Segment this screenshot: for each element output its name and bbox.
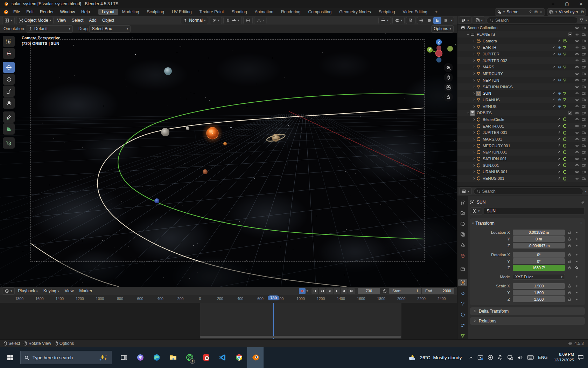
link-icon[interactable] — [552, 91, 556, 95]
menu-help[interactable]: Help — [78, 8, 93, 16]
object-name-field[interactable]: SUN — [484, 207, 585, 215]
outliner-row-planets[interactable]: PLANETS — [457, 31, 588, 38]
eye-icon[interactable] — [575, 150, 579, 155]
outliner-row-jupiter[interactable]: JUPITER — [457, 51, 588, 57]
viewlayer-selector[interactable]: ▾ ViewLayer ⧉ — [547, 8, 586, 16]
relations-panel[interactable]: Relations — [470, 317, 585, 325]
pan-button[interactable] — [444, 73, 453, 82]
tool-measure[interactable] — [3, 123, 15, 135]
taskbar-clock[interactable]: 8:09 PM 12/12/2025 — [550, 352, 578, 363]
eye-icon[interactable] — [575, 52, 579, 56]
physics-icon[interactable] — [558, 52, 561, 56]
camera-visibility-icon[interactable] — [582, 84, 586, 89]
chevron-right-icon[interactable] — [472, 131, 476, 134]
keyframe-diamond-icon[interactable] — [575, 266, 579, 270]
eye-icon[interactable] — [575, 91, 579, 96]
eye-icon[interactable] — [575, 143, 579, 148]
eye-icon[interactable] — [575, 84, 579, 89]
stopwatch-icon[interactable] — [382, 288, 387, 293]
physics-icon[interactable] — [558, 78, 561, 82]
camera-visibility-icon[interactable] — [582, 65, 586, 69]
falloff-dropdown[interactable]: ▾ — [254, 17, 267, 24]
taskbar-search-input[interactable]: Type here to search — [20, 351, 112, 364]
curve-data-icon[interactable] — [563, 157, 567, 161]
animate-dot-icon[interactable] — [575, 297, 579, 301]
camera-visibility-icon[interactable] — [582, 137, 586, 142]
tab-object-data[interactable] — [458, 332, 467, 340]
close-button[interactable]: ✕ — [574, 0, 588, 8]
transform-value-field[interactable]: 1.500 — [513, 290, 565, 296]
timeline-menu-keying[interactable]: Keying ▾ — [41, 288, 62, 293]
start-frame-field[interactable]: Start1 — [389, 288, 421, 294]
animate-dot-icon[interactable] — [575, 244, 579, 248]
lock-icon[interactable] — [567, 297, 572, 301]
new-viewlayer-icon[interactable]: ⧉ — [581, 9, 584, 14]
speaker-icon[interactable] — [517, 355, 523, 360]
mesh-data-icon[interactable] — [563, 91, 567, 95]
camera-visibility-icon[interactable] — [582, 39, 586, 43]
animate-dot-icon[interactable] — [575, 259, 579, 264]
outliner-row-jupiter-002[interactable]: JUPITER.002 — [457, 57, 588, 64]
eye-icon[interactable] — [575, 39, 579, 43]
eye-icon[interactable] — [575, 176, 579, 181]
outliner-row-mercury-001[interactable]: MERCURY.001 — [457, 142, 588, 149]
workspace-tab-geometry-nodes[interactable]: Geometry Nodes — [336, 9, 374, 15]
network-icon[interactable] — [507, 355, 513, 360]
end-frame-field[interactable]: End2000 — [422, 288, 454, 294]
chevron-right-icon[interactable] — [472, 157, 476, 161]
zoom-button[interactable] — [444, 63, 453, 72]
app-vscode[interactable] — [214, 347, 231, 368]
gizmo-x-axis[interactable] — [436, 50, 442, 57]
transform-orientation-dropdown[interactable]: Normal▾ — [181, 17, 208, 24]
chevron-right-icon[interactable] — [472, 79, 476, 82]
mesh-data-icon[interactable] — [563, 98, 567, 102]
tool-annotate[interactable] — [3, 111, 15, 123]
tool-cursor[interactable] — [3, 48, 15, 59]
link-icon[interactable] — [552, 98, 556, 102]
lock-view-button[interactable] — [444, 93, 453, 102]
curve-data-icon[interactable] — [563, 170, 567, 174]
play-button[interactable] — [334, 288, 340, 294]
eye-icon[interactable] — [575, 163, 579, 168]
chevron-right-icon[interactable] — [472, 124, 476, 128]
eye-icon[interactable] — [575, 137, 579, 142]
chevron-right-icon[interactable] — [472, 177, 476, 180]
link-icon[interactable] — [558, 39, 561, 43]
transform-value-field[interactable]: 0° — [513, 258, 565, 264]
lock-icon[interactable] — [567, 291, 572, 295]
shading-solid-button[interactable] — [425, 18, 433, 23]
chevron-right-icon[interactable] — [472, 85, 476, 89]
physics-icon[interactable] — [558, 46, 561, 49]
outliner-row-scene-collection[interactable]: Scene Collection — [457, 25, 588, 31]
properties-search-input[interactable]: Search — [474, 188, 583, 195]
mesh-data-icon[interactable] — [563, 52, 567, 56]
link-icon[interactable] — [558, 117, 561, 121]
lock-icon[interactable] — [567, 284, 572, 288]
scene-selector[interactable]: ▾ Scene ⧉ ✕ — [495, 8, 545, 16]
camera-view-button[interactable] — [444, 83, 453, 92]
object-id-icon-button[interactable]: ▾ — [470, 207, 482, 215]
eye-icon[interactable] — [575, 130, 579, 135]
pivot-point-dropdown[interactable]: ▾ — [210, 17, 222, 24]
pin-icon[interactable] — [528, 10, 533, 14]
playhead-label[interactable]: 730 — [268, 295, 279, 300]
transform-value-field[interactable]: XYZ Euler▾ — [513, 274, 565, 280]
camera-visibility-icon[interactable] — [582, 97, 586, 102]
properties-editor-type-button[interactable]: ▾ — [459, 188, 472, 195]
orientation-dropdown[interactable]: Default▾ — [26, 25, 73, 33]
tab-tool[interactable] — [458, 199, 467, 206]
curve-data-icon[interactable] — [563, 150, 567, 154]
tab-constraints[interactable] — [458, 321, 467, 329]
gizmo-z-neg-axis[interactable] — [436, 57, 442, 63]
show-gizmo-dropdown[interactable]: ▾ — [378, 17, 391, 24]
chevron-right-icon[interactable] — [472, 170, 476, 173]
orbit-curve-green[interactable] — [118, 94, 424, 239]
properties-options-icon[interactable]: ▾ — [585, 190, 587, 193]
language-indicator[interactable]: ENG — [538, 355, 547, 360]
menu-window[interactable]: Window — [57, 8, 78, 16]
camera-visibility-icon[interactable] — [582, 170, 586, 174]
proportional-edit-toggle[interactable] — [243, 17, 253, 24]
mesh-data-icon[interactable] — [563, 78, 567, 82]
curve-data-icon[interactable] — [563, 177, 567, 180]
tab-particles[interactable] — [458, 300, 467, 308]
